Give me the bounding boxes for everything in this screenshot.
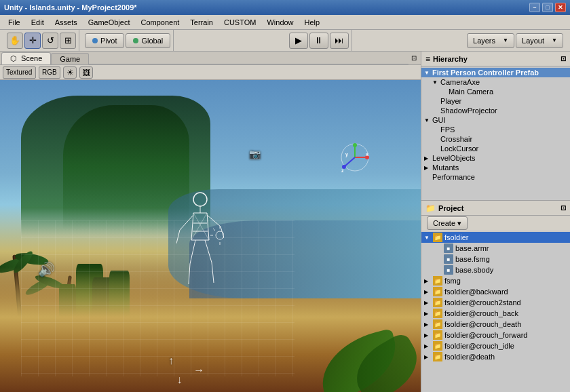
spacer-group-2 bbox=[355, 30, 461, 51]
tab-scene[interactable]: ⬡ Scene bbox=[1, 52, 51, 64]
hierarchy-item-gui[interactable]: ▼ GUI bbox=[421, 115, 570, 125]
scene-toolbar: Textured RGB ☀ 🖼 bbox=[0, 65, 421, 80]
hierarchy-item-shadowprojector[interactable]: ShadowProjector bbox=[421, 106, 570, 115]
layers-label: Layers bbox=[473, 37, 495, 45]
pivot-button[interactable]: Pivot bbox=[85, 33, 124, 48]
menu-window[interactable]: Window bbox=[261, 17, 299, 28]
transform-arrows: ↑ bbox=[168, 355, 174, 367]
title-bar: Unity - Islands.unity - MyProject2009* −… bbox=[0, 0, 570, 15]
close-button[interactable]: ✕ bbox=[555, 3, 566, 12]
pivot-dot bbox=[92, 38, 98, 43]
lighting-button[interactable]: ☀ bbox=[63, 66, 77, 79]
create-button[interactable]: Create ▾ bbox=[427, 216, 468, 230]
expand-icon: ▼ bbox=[424, 235, 431, 241]
project-item-fsoldier-death[interactable]: ▶ 📁 fsoldier@death bbox=[421, 351, 570, 362]
svg-point-0 bbox=[193, 193, 207, 206]
character-svg bbox=[176, 189, 224, 291]
hierarchy-item-performance[interactable]: Performance bbox=[421, 172, 570, 182]
global-button[interactable]: Global bbox=[126, 33, 170, 48]
hand-tool-button[interactable]: ✋ bbox=[7, 33, 23, 49]
expand-icon: ▶ bbox=[424, 343, 431, 349]
hierarchy-item-crosshair[interactable]: Crosshair bbox=[421, 134, 570, 144]
menu-file[interactable]: File bbox=[3, 17, 26, 28]
project-item-fsoldier-crouch-death[interactable]: ▶ 📁 fsoldier@crouch_death bbox=[421, 319, 570, 330]
pivot-label: Pivot bbox=[100, 37, 117, 45]
svg-line-4 bbox=[176, 230, 180, 243]
project-item-base-fsmg[interactable]: ■ base.fsmg bbox=[421, 254, 570, 264]
pause-button[interactable]: ⏸ bbox=[309, 33, 328, 49]
svg-line-8 bbox=[189, 264, 190, 284]
tab-game[interactable]: Game bbox=[51, 53, 89, 64]
expand-icon: ▶ bbox=[424, 278, 431, 284]
right-panel: ≡ Hierarchy ⊡ ▼ First Person Controller … bbox=[421, 52, 570, 392]
menu-custom[interactable]: CUSTOM bbox=[218, 17, 261, 28]
expand-icon: ▶ bbox=[424, 354, 431, 360]
menu-assets[interactable]: Assets bbox=[50, 17, 83, 28]
hierarchy-title: Hierarchy bbox=[433, 55, 468, 63]
minimize-button[interactable]: − bbox=[529, 3, 540, 12]
menu-terrain[interactable]: Terrain bbox=[185, 17, 218, 28]
layers-dropdown[interactable]: Layers ▼ bbox=[467, 33, 514, 48]
project-item-base-sbody[interactable]: ■ base.sbody bbox=[421, 264, 570, 275]
folder-icon: 📁 bbox=[433, 276, 442, 286]
scene-tab-bar: ⬡ Scene Game ⊡ bbox=[0, 52, 421, 65]
project-panel: 📁 Project ⊡ Create ▾ ▼ 📁 fsoldier ■ b bbox=[421, 201, 570, 392]
window-controls: − □ ✕ bbox=[529, 3, 566, 12]
project-item-fsoldier-backward[interactable]: ▶ 📁 fsoldier@backward bbox=[421, 286, 570, 297]
project-item-fsoldier-crouch-forward[interactable]: ▶ 📁 fsoldier@crouch_forward bbox=[421, 330, 570, 340]
menu-component[interactable]: Component bbox=[135, 17, 185, 28]
hierarchy-item-levelobjects[interactable]: ▶ LevelObjects bbox=[421, 153, 570, 163]
camera-icon: 📷 bbox=[249, 149, 261, 159]
fx-button[interactable]: 🖼 bbox=[79, 66, 93, 79]
layout-dropdown[interactable]: Layout ▼ bbox=[516, 33, 563, 48]
hierarchy-item-maincamera[interactable]: Main Camera bbox=[421, 87, 570, 96]
expand-icon: ▶ bbox=[424, 155, 431, 161]
project-title: Project bbox=[438, 204, 463, 212]
move-tool-button[interactable]: ✛ bbox=[24, 33, 41, 49]
menu-bar: File Edit Assets GameObject Component Te… bbox=[0, 15, 570, 30]
step-button[interactable]: ⏭ bbox=[330, 33, 349, 49]
scene-viewport[interactable]: 🔊 📷 y x z bbox=[0, 80, 421, 392]
render-mode-select[interactable]: Textured bbox=[3, 66, 36, 79]
expand-icon: ▼ bbox=[432, 79, 439, 85]
project-item-fsoldier[interactable]: ▼ 📁 fsoldier bbox=[421, 232, 570, 243]
hierarchy-item-fps[interactable]: FPS bbox=[421, 125, 570, 134]
folder-icon: 📁 bbox=[433, 298, 442, 307]
layout-label: Layout bbox=[522, 37, 544, 45]
audio-source-icon: 🔊 bbox=[38, 261, 55, 277]
tool-group: ✋ ✛ ↺ ⊞ bbox=[4, 30, 79, 51]
scene-maximize-icon[interactable]: ⊡ bbox=[408, 54, 419, 62]
menu-gameobject[interactable]: GameObject bbox=[83, 17, 136, 28]
file-icon: ■ bbox=[444, 265, 453, 275]
channel-select[interactable]: RGB bbox=[39, 66, 60, 79]
left-panel: ⬡ Scene Game ⊡ Textured RGB ☀ 🖼 bbox=[0, 52, 421, 392]
project-item-fsoldier-crouch-idle[interactable]: ▶ 📁 fsoldier@crouch_idle bbox=[421, 340, 570, 351]
global-dot bbox=[133, 38, 138, 43]
svg-point-26 bbox=[353, 143, 357, 147]
hierarchy-item-lockcursor[interactable]: LockCursor bbox=[421, 144, 570, 153]
menu-edit[interactable]: Edit bbox=[26, 17, 50, 28]
hierarchy-item-mutants[interactable]: ▶ Mutants bbox=[421, 163, 570, 172]
project-maximize-icon[interactable]: ⊡ bbox=[560, 204, 566, 212]
expand-icon: ▼ bbox=[424, 70, 431, 76]
menu-help[interactable]: Help bbox=[299, 17, 326, 28]
scale-tool-button[interactable]: ⊞ bbox=[60, 33, 76, 49]
svg-line-14 bbox=[191, 213, 207, 240]
play-button[interactable]: ▶ bbox=[289, 33, 308, 49]
maximize-button[interactable]: □ bbox=[542, 3, 553, 12]
rotate-tool-button[interactable]: ↺ bbox=[42, 33, 58, 49]
hierarchy-maximize-icon[interactable]: ⊡ bbox=[560, 55, 566, 62]
svg-line-27 bbox=[344, 157, 355, 167]
hierarchy-item-player[interactable]: Player bbox=[421, 96, 570, 106]
hierarchy-item-cameraaxe[interactable]: ▼ CameraAxe bbox=[421, 77, 570, 87]
spacer-group bbox=[176, 30, 283, 51]
project-item-fsoldier-crouch-back[interactable]: ▶ 📁 fsoldier@crouch_back bbox=[421, 308, 570, 319]
expand-icon: ▶ bbox=[424, 321, 431, 328]
project-item-base-armr[interactable]: ■ base.armr bbox=[421, 243, 570, 254]
svg-line-13 bbox=[193, 213, 209, 240]
project-item-fsoldier-crouch2stand[interactable]: ▶ 📁 fsoldier@crouch2stand bbox=[421, 297, 570, 308]
global-label: Global bbox=[141, 37, 163, 45]
svg-line-10 bbox=[212, 262, 214, 283]
hierarchy-item-first-person[interactable]: ▼ First Person Controller Prefab bbox=[421, 68, 570, 77]
project-item-fsmg[interactable]: ▶ 📁 fsmg bbox=[421, 275, 570, 286]
